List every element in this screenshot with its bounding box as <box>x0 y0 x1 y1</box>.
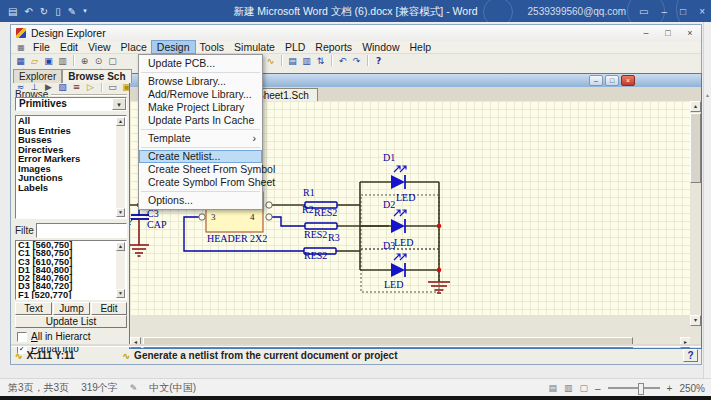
zoom-level[interactable]: 250% <box>679 383 705 394</box>
d3-type-label[interactable]: LED <box>384 280 403 290</box>
d1-ref-label[interactable]: D1 <box>383 153 395 163</box>
undo-icon[interactable]: ↶ <box>24 6 32 17</box>
jp2-type-label[interactable]: HEADER 2X2 <box>207 234 267 244</box>
zoom-out-button[interactable]: – <box>595 383 601 394</box>
zoom-in-button[interactable]: + <box>667 383 673 394</box>
scroll-down-icon[interactable]: ▾ <box>690 315 701 326</box>
primitives-list[interactable]: All Bus Entries Busses Directives Error … <box>15 115 127 219</box>
menu-reports[interactable]: Reports <box>310 41 357 53</box>
menu-item-browse-library[interactable]: Browse Library... <box>139 75 262 88</box>
d2-type-label[interactable]: LED <box>394 238 413 248</box>
d3-ref-label[interactable]: D3 <box>383 241 395 251</box>
child-restore-button[interactable]: □ <box>605 75 619 86</box>
r1-ref-label[interactable]: R1 <box>303 188 315 198</box>
open-icon[interactable]: ▱ <box>28 55 41 67</box>
account-name[interactable]: 2539399560@qq.com <box>528 6 627 17</box>
word-scrollbar[interactable]: ▲ <box>703 22 711 378</box>
explorer-icon[interactable]: ▦ <box>14 55 27 67</box>
word-count[interactable]: 319个字 <box>81 381 118 395</box>
r1-type-label[interactable]: RES2 <box>314 208 337 218</box>
scrollbar-thumb[interactable] <box>690 113 701 183</box>
menu-item-add-remove-library[interactable]: Add/Remove Library... <box>139 88 262 101</box>
format-painter-icon[interactable]: ✎ <box>68 6 76 17</box>
r3-ref-label[interactable]: R3 <box>328 233 340 243</box>
undo-icon[interactable]: ↶ <box>336 55 349 67</box>
filter-input[interactable] <box>36 223 127 238</box>
library-icon[interactable]: ▤ <box>286 55 299 67</box>
app-minimize-button[interactable]: – <box>635 26 657 41</box>
scrollbar[interactable]: ▲ ▼ <box>116 117 125 217</box>
app-titlebar[interactable]: Design Explorer – □ × <box>11 25 701 42</box>
menu-tools[interactable]: Tools <box>195 41 230 53</box>
menu-item-template[interactable]: Template › <box>139 132 262 145</box>
list-item[interactable]: F1 [520,770] <box>16 291 126 299</box>
help-button[interactable]: ? <box>683 349 698 362</box>
zoom-slider[interactable] <box>608 387 660 389</box>
menu-place[interactable]: Place <box>116 41 152 53</box>
menu-item-update-parts-in-cache[interactable]: Update Parts In Cache <box>139 114 262 127</box>
simulate-icon[interactable]: ∿ <box>264 55 277 67</box>
ribbon-options-icon[interactable]: ▭ <box>639 6 648 17</box>
menu-help[interactable]: Help <box>404 41 436 53</box>
r3-type-label[interactable]: RES2 <box>304 251 327 261</box>
language-indicator[interactable]: 中文(中国) <box>149 381 196 395</box>
r2-type-label[interactable]: RES2 <box>304 230 327 240</box>
print-layout-icon[interactable]: ▥ <box>564 383 573 393</box>
r2-ref-label[interactable]: R2 <box>302 205 314 215</box>
system-menu-icon[interactable]: ▦ <box>14 41 28 53</box>
menu-simulate[interactable]: Simulate <box>229 41 280 53</box>
zoom-in-icon[interactable]: ⊕ <box>78 55 91 67</box>
component-leds[interactable] <box>391 166 406 277</box>
child-minimize-button[interactable]: – <box>589 75 603 86</box>
edit-button[interactable]: Edit <box>91 302 127 315</box>
print-icon[interactable]: ▥ <box>56 55 69 67</box>
menu-window[interactable]: Window <box>357 41 404 53</box>
redo-icon[interactable]: ↷ <box>350 55 363 67</box>
minimize-button[interactable]: – <box>662 6 668 17</box>
close-button[interactable]: × <box>699 6 705 17</box>
save-icon[interactable]: ▣ <box>42 55 55 67</box>
menu-file[interactable]: File <box>28 41 55 53</box>
list-item[interactable]: Labels <box>16 183 126 193</box>
d1-type-label[interactable]: LED <box>396 193 415 203</box>
scroll-up-icon[interactable]: ▲ <box>116 242 125 251</box>
zoom-all-icon[interactable]: ⊙ <box>92 55 105 67</box>
document-icon[interactable]: ▯ <box>55 6 61 17</box>
menu-view[interactable]: View <box>83 41 116 53</box>
menu-design[interactable]: Design <box>152 41 195 53</box>
page-indicator[interactable]: 第3页，共3页 <box>8 381 69 395</box>
menu-item-update-pcb[interactable]: Update PCB... <box>139 57 262 70</box>
clipped-designator-label[interactable]: ? <box>130 217 132 227</box>
menu-item-create-sheet-from-symbol[interactable]: Create Sheet From Symbol <box>139 163 262 176</box>
menu-item-create-netlist[interactable]: Create Netlist... <box>139 150 262 163</box>
all-in-hierarchy-checkbox[interactable]: All in Hierarct <box>17 331 90 342</box>
tab-browse-sch[interactable]: Browse Sch <box>62 69 131 83</box>
category-combobox[interactable]: Primitives ▾ <box>15 97 127 111</box>
scroll-up-icon[interactable]: ▲ <box>705 92 710 98</box>
library-list-icon[interactable]: ▥ <box>300 55 313 67</box>
c3-ref-label[interactable]: C3 <box>147 209 159 219</box>
menu-item-create-symbol-from-sheet[interactable]: Create Symbol From Sheet <box>139 176 262 189</box>
zoom-area-icon[interactable]: ▢ <box>106 55 119 67</box>
app-close-button[interactable]: × <box>679 26 701 41</box>
web-layout-icon[interactable]: ▢ <box>580 383 589 393</box>
menu-item-options[interactable]: Options... <box>139 194 262 207</box>
redo-icon[interactable]: ↻ <box>40 6 48 17</box>
checkbox-box[interactable] <box>17 332 27 342</box>
proofing-icon[interactable]: ✎ <box>130 383 138 393</box>
menu-item-make-project-library[interactable]: Make Project Library <box>139 101 262 114</box>
scroll-up-icon[interactable]: ▲ <box>116 117 125 126</box>
scroll-down-icon[interactable]: ▼ <box>116 208 125 217</box>
scrollbar[interactable]: ▲ ▼ <box>116 242 125 298</box>
menu-pld[interactable]: PLD <box>280 41 310 53</box>
scroll-down-icon[interactable]: ▼ <box>116 289 125 298</box>
jump-button[interactable]: Jump <box>53 302 90 315</box>
c3-type-label[interactable]: CAP <box>147 220 166 230</box>
child-close-button[interactable]: × <box>621 75 635 86</box>
chevron-down-icon[interactable]: ▾ <box>112 98 126 110</box>
qat-dropdown-icon[interactable]: ▾ <box>83 7 87 15</box>
components-list[interactable]: C1 [560,750] C1 [580,750] C3 [610,750] D… <box>15 240 127 300</box>
help-icon[interactable]: ? <box>372 55 385 67</box>
read-mode-icon[interactable]: ▤ <box>548 383 557 393</box>
maximize-button[interactable]: □ <box>680 6 686 17</box>
